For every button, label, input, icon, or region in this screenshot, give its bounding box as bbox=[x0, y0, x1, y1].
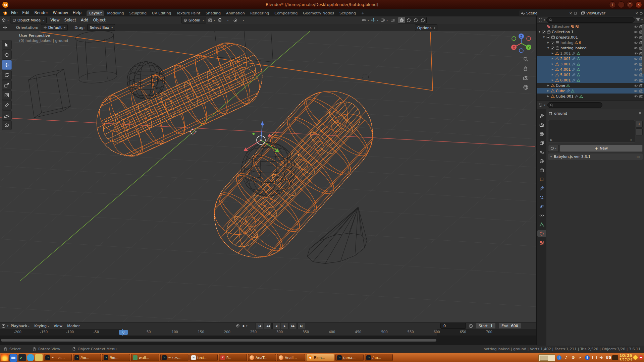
mesh-data-icon[interactable] bbox=[577, 57, 580, 61]
properties-tab-physics[interactable] bbox=[537, 203, 546, 209]
texture-data-icon[interactable] bbox=[571, 25, 574, 28]
viewport-menu-select[interactable]: Select bbox=[62, 17, 78, 23]
tool-move-button[interactable] bbox=[2, 60, 12, 70]
disclosure-icon[interactable]: ▶ bbox=[547, 89, 550, 92]
modifier-icon[interactable] bbox=[572, 52, 576, 55]
mesh-data-icon[interactable] bbox=[577, 68, 580, 71]
tray-settings-icon[interactable]: ⚙ bbox=[570, 354, 577, 361]
camera-view-icon[interactable] bbox=[522, 74, 529, 81]
modifier-icon[interactable] bbox=[572, 73, 576, 77]
jump-end-button[interactable]: ▶| bbox=[298, 323, 305, 329]
hide-viewport-icon[interactable] bbox=[634, 73, 638, 77]
outliner-row-2-001[interactable]: ▶2.001 bbox=[537, 56, 644, 61]
tool-rotate-button[interactable] bbox=[2, 70, 12, 80]
outliner-row-hotdog-baked[interactable]: ▼hotdog_baked bbox=[537, 45, 644, 51]
viewlayer-new-icon[interactable] bbox=[640, 11, 643, 15]
menu-edit[interactable]: Edit bbox=[20, 10, 32, 15]
outliner-row-1-001[interactable]: ▶1.001 bbox=[537, 51, 644, 56]
properties-tab-world[interactable] bbox=[537, 158, 546, 164]
launcher-terminal-icon[interactable]: >_ bbox=[18, 354, 26, 361]
launcher-files-icon[interactable] bbox=[35, 354, 43, 361]
hide-viewport-icon[interactable] bbox=[634, 35, 638, 40]
outliner-editor-type-button[interactable]: ▾ bbox=[538, 17, 545, 23]
mesh-data-icon[interactable] bbox=[566, 84, 570, 87]
cube-wire[interactable] bbox=[29, 69, 70, 118]
tab-shading[interactable]: Shading bbox=[203, 10, 223, 16]
play-reverse-button[interactable]: ◀ bbox=[272, 323, 280, 329]
panel-grip-icon[interactable]: ∷∷ bbox=[636, 155, 640, 159]
tab-uv-editing[interactable]: UV Editing bbox=[149, 10, 174, 16]
window-help-button[interactable]: ? bbox=[609, 1, 616, 8]
keyboard-layout-indicator[interactable]: US bbox=[606, 355, 611, 360]
outliner-search-input[interactable] bbox=[546, 17, 635, 23]
timeline-menu-marker[interactable]: Marker bbox=[65, 324, 82, 328]
cone-wireframe[interactable] bbox=[307, 207, 367, 263]
horizontal-scrollbar[interactable] bbox=[1, 339, 436, 342]
hide-viewport-icon[interactable] bbox=[634, 62, 638, 66]
modifier-icon[interactable] bbox=[566, 89, 570, 93]
gizmos-button[interactable]: ▾ bbox=[371, 17, 378, 23]
new-material-button[interactable]: +New bbox=[560, 145, 643, 152]
tab-modeling[interactable]: Modeling bbox=[104, 10, 126, 16]
collection-checkbox-icon[interactable] bbox=[551, 46, 554, 50]
outliner-row-3dtexture[interactable]: 3dtexture bbox=[537, 24, 644, 29]
properties-tab-texture[interactable] bbox=[537, 239, 546, 246]
disable-render-icon[interactable] bbox=[639, 94, 643, 99]
proportional-settings-button[interactable]: ▾ bbox=[240, 17, 246, 23]
add-slot-button[interactable]: + bbox=[636, 121, 643, 128]
tab-rendering[interactable]: Rendering bbox=[248, 10, 272, 16]
collection-checkbox-icon[interactable] bbox=[542, 30, 546, 34]
snap-settings-button[interactable]: ▾ bbox=[224, 17, 230, 23]
tool-transform-button[interactable] bbox=[2, 90, 12, 100]
mesh-data-icon[interactable] bbox=[577, 73, 580, 77]
tab-texture-paint[interactable]: Texture Paint bbox=[174, 10, 203, 16]
viewport-menu-add[interactable]: Add bbox=[78, 17, 91, 23]
hide-viewport-icon[interactable] bbox=[634, 41, 638, 45]
slot-expand-icon[interactable]: ▶ bbox=[550, 138, 552, 141]
xray-toggle-button[interactable] bbox=[390, 17, 396, 23]
tab-layout[interactable]: Layout bbox=[87, 10, 104, 16]
next-keyframe-button[interactable]: ▶▶ bbox=[289, 323, 297, 329]
taskbar-window-wall[interactable]: wall... bbox=[131, 354, 159, 361]
tool-add-cube-button[interactable] bbox=[2, 120, 12, 130]
axis-neg-z-ball[interactable] bbox=[519, 49, 523, 53]
viewlayer-unlink-icon[interactable]: × bbox=[635, 11, 638, 15]
collection-checkbox-icon[interactable] bbox=[546, 36, 550, 39]
scene-selector[interactable]: Scene × bbox=[519, 10, 579, 16]
proportional-edit-button[interactable] bbox=[232, 17, 238, 23]
shading-material-button[interactable] bbox=[412, 17, 419, 23]
cylinder-wire[interactable] bbox=[75, 31, 118, 85]
properties-tab-material[interactable] bbox=[537, 230, 546, 237]
viewport-canvas[interactable] bbox=[0, 31, 536, 322]
taskbar-window-anat[interactable]: AnaT... bbox=[248, 354, 276, 361]
hide-viewport-icon[interactable] bbox=[634, 89, 638, 93]
tray-music-icon[interactable]: ♪ bbox=[563, 354, 570, 361]
play-button[interactable]: ▶ bbox=[281, 323, 288, 329]
viewport-3d[interactable]: User Perspective (0) hotdog_baked | grou… bbox=[0, 31, 536, 322]
launcher-browser-icon[interactable] bbox=[27, 354, 34, 361]
hide-viewport-icon[interactable] bbox=[634, 83, 638, 88]
properties-tab-data[interactable] bbox=[537, 221, 546, 228]
properties-editor-type-button[interactable]: ▾ bbox=[538, 102, 545, 108]
pin-icon[interactable] bbox=[638, 112, 642, 116]
zoom-icon[interactable] bbox=[522, 55, 529, 63]
material-slot-list[interactable]: ▶ ∷ bbox=[548, 120, 635, 143]
taskbar-window-zs[interactable]: >~ : zs... bbox=[44, 354, 72, 361]
auto-key-button[interactable] bbox=[235, 323, 241, 329]
tab-animation[interactable]: Animation bbox=[223, 10, 248, 16]
dnd-dot-icon[interactable] bbox=[639, 355, 643, 360]
timeline-ruler[interactable]: -200-150-100-500501001502002503003504004… bbox=[0, 329, 536, 336]
outliner-row-cube-001[interactable]: ▶Cube.001 bbox=[537, 94, 644, 99]
outliner-scrollbar[interactable] bbox=[642, 24, 644, 74]
editor-type-button[interactable]: ▾ bbox=[1, 17, 9, 23]
babylon-panel-header[interactable]: ▾ Babylon.js ver 3.3.1 ∷∷ bbox=[548, 154, 643, 160]
viewport-menu-view[interactable]: View bbox=[48, 17, 62, 23]
options-dropdown[interactable]: Options▾ bbox=[415, 24, 437, 31]
hide-viewport-icon[interactable] bbox=[634, 57, 638, 61]
outliner-row-3-001[interactable]: ▶3.001 bbox=[537, 61, 644, 67]
disable-render-icon[interactable] bbox=[639, 89, 643, 93]
disclosure-icon[interactable]: ▼ bbox=[547, 47, 550, 49]
taskbar-window-text[interactable]: ≡text... bbox=[190, 354, 218, 361]
shading-wireframe-button[interactable] bbox=[398, 17, 405, 23]
tray-network-icon[interactable] bbox=[591, 354, 598, 361]
